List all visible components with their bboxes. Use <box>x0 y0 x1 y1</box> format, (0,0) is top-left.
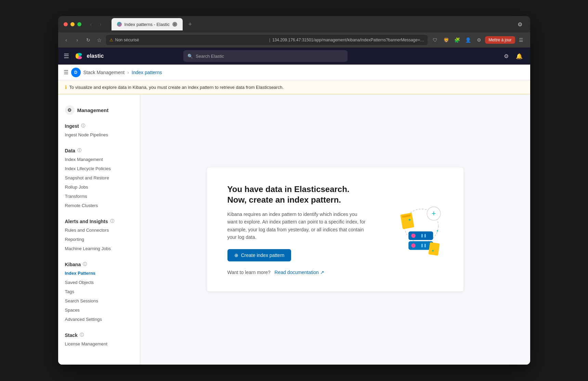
sidebar-item-index-patterns[interactable]: Index Patterns <box>58 269 140 278</box>
user-avatar-badge[interactable]: D <box>71 68 81 77</box>
sidebar-item-rollup-jobs[interactable]: Rollup Jobs <box>58 182 140 192</box>
traffic-lights <box>64 22 81 26</box>
kibana-topnav: ☰ elastic 🔍 Search Elastic ⚙ 🔔 <box>58 47 530 65</box>
settings-nav-button[interactable]: ⚙ <box>501 51 511 61</box>
external-link-icon: ↗ <box>320 270 324 275</box>
ingest-help-icon[interactable]: ⓘ <box>81 123 85 129</box>
active-tab[interactable]: Index patterns - Elastic × <box>112 18 183 30</box>
data-section-label: Data <box>65 148 75 153</box>
new-tab-button[interactable]: + <box>185 19 195 29</box>
update-button[interactable]: Mettre à jour <box>485 36 515 44</box>
bookmark-button[interactable]: ☆ <box>95 36 103 44</box>
addressbar-row: ‹ › ↻ ☆ ⚠ Non sécurisé | 134.209.176.47:… <box>58 32 530 47</box>
shield-icon[interactable]: 🛡 <box>430 35 440 45</box>
separator-3 <box>58 253 140 259</box>
notifications-nav-button[interactable]: 🔔 <box>514 51 524 61</box>
separator-2 <box>58 210 140 216</box>
search-placeholder: Search Elastic <box>196 54 224 59</box>
nav-arrows: ‹ › <box>87 20 105 28</box>
alerts-help-icon[interactable]: ⓘ <box>110 218 114 224</box>
sidebar-item-tags[interactable]: Tags <box>58 287 140 296</box>
alerts-section-label: Alerts and Insights <box>65 219 108 224</box>
search-icon: 🔍 <box>187 54 193 59</box>
browser-refresh-button[interactable]: ↻ <box>84 36 92 44</box>
forward-button[interactable]: › <box>96 20 105 28</box>
read-documentation-link[interactable]: Read documentation ↗ <box>275 270 324 275</box>
svg-point-3 <box>75 54 78 59</box>
create-btn-label: Create index pattern <box>241 253 285 258</box>
svg-rect-15 <box>421 244 423 247</box>
sidebar-item-index-lifecycle-policies[interactable]: Index Lifecycle Policies <box>58 164 140 173</box>
sidebar-item-rules-connectors[interactable]: Rules and Connectors <box>58 226 140 235</box>
tab-close-button[interactable]: × <box>172 22 177 27</box>
svg-point-14 <box>411 243 416 248</box>
empty-state-description: Kibana requires an index pattern to iden… <box>227 210 368 241</box>
sidebar-item-spaces[interactable]: Spaces <box>58 305 140 315</box>
sidebar-item-saved-objects[interactable]: Saved Objects <box>58 278 140 287</box>
sidebar-item-ingest-node-pipelines[interactable]: Ingest Node Pipelines <box>58 130 140 139</box>
browser-forward-button[interactable]: › <box>73 36 81 44</box>
sidebar-item-transforms[interactable]: Transforms <box>58 192 140 201</box>
sidebar: ⚙ Management Ingest ⓘ Ingest Node Pipeli… <box>58 94 140 365</box>
breadcrumb-bar: ☰ D Stack Management › Index patterns <box>58 65 530 80</box>
data-help-icon[interactable]: ⓘ <box>77 148 81 153</box>
sidebar-item-remote-clusters[interactable]: Remote Clusters <box>58 201 140 210</box>
sidebar-item-machine-learning-jobs[interactable]: Machine Learning Jobs <box>58 244 140 253</box>
sidebar-item-search-sessions[interactable]: Search Sessions <box>58 296 140 305</box>
sidebar-item-snapshot-restore[interactable]: Snapshot and Restore <box>58 173 140 182</box>
breadcrumb-menu-icon[interactable]: ☰ <box>64 69 68 76</box>
info-banner-text: To visualize and explore data in Kibana,… <box>69 85 284 90</box>
learn-more-section: Want to learn more? Read documentation ↗ <box>227 270 368 275</box>
browser-action-buttons: 🛡 🦁 🧩 👤 ⚙ Mettre à jour ☰ <box>430 35 526 45</box>
breadcrumb-index-patterns[interactable]: Index patterns <box>132 70 162 75</box>
empty-state-title: You have data in Elasticsearch.Now, crea… <box>227 184 368 205</box>
minimize-traffic-light[interactable] <box>70 22 75 26</box>
address-warning-text: Non sécurisé <box>115 38 267 42</box>
close-traffic-light[interactable] <box>64 22 68 26</box>
extensions-icon[interactable]: ⚙ <box>474 35 484 45</box>
sidebar-section-kibana: Kibana ⓘ <box>58 259 140 269</box>
brave-icon[interactable]: 🦁 <box>441 35 451 45</box>
browser-back-button[interactable]: ‹ <box>62 36 70 44</box>
tab-title: Index patterns - Elastic <box>125 22 170 27</box>
plus-icon: ⊕ <box>234 253 238 258</box>
extension-mgr-icon[interactable]: 🧩 <box>452 35 462 45</box>
menu-icon[interactable]: ☰ <box>517 35 526 45</box>
svg-rect-12 <box>424 234 426 237</box>
create-index-pattern-button[interactable]: ⊕ Create index pattern <box>227 249 291 261</box>
management-gear-icon: ⚙ <box>65 105 75 115</box>
ingest-section-label: Ingest <box>65 123 79 129</box>
sidebar-item-index-management[interactable]: Index Management <box>58 155 140 164</box>
titlebar: ‹ › Index patterns - Elastic × + ⚙ <box>58 16 530 32</box>
security-warning-icon: ⚠ <box>109 38 113 42</box>
breadcrumb-separator: › <box>127 70 129 75</box>
tab-favicon <box>117 22 122 27</box>
extension-button[interactable]: ⚙ <box>515 19 525 29</box>
sidebar-item-reporting[interactable]: Reporting <box>58 235 140 244</box>
stack-help-icon[interactable]: ⓘ <box>80 332 84 338</box>
breadcrumb-stack-management[interactable]: Stack Management <box>83 70 125 75</box>
kibana-search-bar[interactable]: 🔍 Search Elastic <box>183 50 348 62</box>
empty-state-text: You have data in Elasticsearch.Now, crea… <box>227 184 368 275</box>
svg-text:+: + <box>431 209 436 218</box>
kibana-section-label: Kibana <box>65 262 81 267</box>
tab-area: Index patterns - Elastic × + <box>112 18 511 30</box>
fullscreen-traffic-light[interactable] <box>77 22 81 26</box>
sidebar-item-license-management[interactable]: License Management <box>58 339 140 349</box>
back-button[interactable]: ‹ <box>87 20 95 28</box>
svg-point-10 <box>411 233 416 238</box>
profile-icon[interactable]: 👤 <box>463 35 473 45</box>
read-docs-label: Read documentation <box>275 270 319 275</box>
svg-rect-16 <box>424 244 426 247</box>
stack-section-label: Stack <box>65 332 78 338</box>
info-banner-icon: ℹ <box>65 84 67 90</box>
kibana-nav-actions: ⚙ 🔔 <box>501 51 524 61</box>
empty-state-illustration: + <box>381 198 443 261</box>
address-bar[interactable]: ⚠ Non sécurisé | 134.209.176.47:31501/ap… <box>106 35 428 45</box>
hamburger-menu[interactable]: ☰ <box>64 52 69 60</box>
content-area: You have data in Elasticsearch.Now, crea… <box>140 94 530 365</box>
sidebar-item-advanced-settings[interactable]: Advanced Settings <box>58 315 140 324</box>
kibana-help-icon[interactable]: ⓘ <box>83 261 87 267</box>
elastic-logo[interactable]: elastic <box>75 51 104 61</box>
management-title: Management <box>77 107 109 113</box>
